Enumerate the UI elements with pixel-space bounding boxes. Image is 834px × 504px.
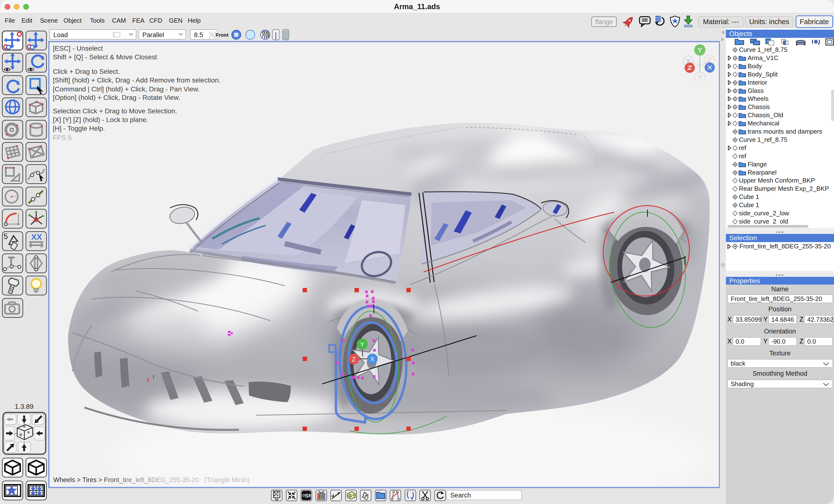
svg-text:5: 5: [4, 232, 8, 240]
svg-text:G: G: [348, 493, 352, 498]
svg-text:Sh: Sh: [305, 492, 311, 499]
svg-text:X: X: [370, 356, 374, 363]
svg-text:XX: XX: [31, 232, 42, 242]
svg-text:Z: Z: [352, 356, 356, 363]
svg-text:Y: Y: [360, 341, 364, 348]
